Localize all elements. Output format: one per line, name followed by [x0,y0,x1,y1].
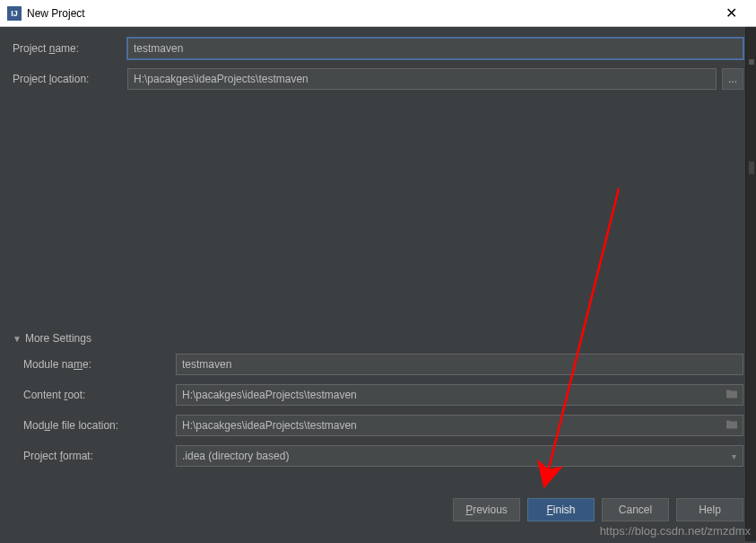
help-button[interactable]: Help [676,498,743,521]
window-title: New Project [27,7,713,20]
content-root-row: Content root: [23,384,743,406]
finish-button[interactable]: Finish [527,498,595,521]
project-name-label: Project name: [13,42,127,55]
collapse-icon: ▼ [13,334,22,344]
more-settings-toggle[interactable]: ▼ More Settings [13,332,743,345]
browse-button[interactable]: ... [722,68,743,90]
previous-button[interactable]: Previous [453,498,520,521]
module-file-location-label: Module file location: [23,419,176,432]
close-icon[interactable]: ✕ [713,0,749,27]
dialog-body: Project name: Project location: ... ▼ Mo… [0,27,756,489]
module-file-location-row: Module file location: [23,415,743,436]
project-location-label: Project location: [13,73,127,85]
more-settings-label: More Settings [25,332,91,345]
chevron-down-icon: ▾ [732,451,736,461]
project-format-row: Project format: .idea (directory based) … [23,445,743,467]
project-format-label: Project format: [23,450,176,462]
folder-icon[interactable] [726,389,738,402]
project-location-input[interactable] [127,68,717,90]
content-root-input[interactable] [176,384,743,406]
titlebar: IJ New Project ✕ [0,0,756,27]
project-format-dropdown[interactable]: .idea (directory based) [176,445,743,467]
module-name-input[interactable] [176,354,743,375]
module-name-label: Module name: [23,358,176,371]
project-location-row: Project location: ... [13,68,743,90]
folder-icon[interactable] [726,419,738,433]
content-root-label: Content root: [23,389,176,401]
side-strip [745,27,756,541]
cancel-button[interactable]: Cancel [602,498,669,521]
module-file-location-input[interactable] [176,415,743,436]
app-icon: IJ [7,6,22,21]
module-name-row: Module name: [23,354,743,375]
button-bar: Previous Finish Cancel Help [0,489,756,534]
more-settings-block: Module name: Content root: Module file l… [13,354,743,467]
project-name-input[interactable] [127,38,743,59]
project-name-row: Project name: [13,38,743,59]
